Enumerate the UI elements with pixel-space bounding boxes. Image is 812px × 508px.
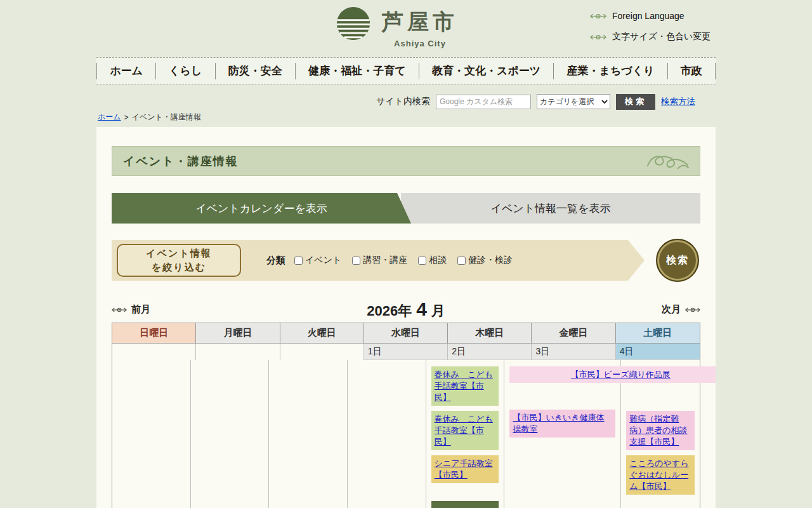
event-link[interactable]: 難病（指定難病）患者の相談支援【市民】 — [626, 411, 695, 450]
decorative-flourish-icon — [645, 150, 691, 172]
header-utility-links: Foreign Language 文字サイズ・色合い変更 — [590, 9, 710, 51]
checkbox-checkup-input[interactable] — [457, 257, 466, 265]
site-search-button[interactable]: 検索 — [616, 94, 655, 110]
event-link[interactable]: 春休み こども手話教室【市民】 — [431, 411, 499, 450]
filter-search-button[interactable]: 検索 — [656, 239, 699, 282]
nav-item-sangyou[interactable]: 産業・まちづくり — [554, 64, 667, 78]
nav-item-kyouiku[interactable]: 教育・文化・スポーツ — [419, 64, 554, 78]
checkbox-course[interactable]: 講習・講座 — [352, 255, 407, 266]
checkbox-consultation-label: 相談 — [429, 255, 447, 266]
event-link[interactable]: こころのやすらぐおはなしルーム【市民】 — [626, 455, 695, 495]
event-calendar: 日曜日 月曜日 火曜日 水曜日 木曜日 金曜日 土曜日 1日 2日 3日 4日 — [112, 323, 700, 508]
checkbox-event[interactable]: イベント — [294, 255, 341, 266]
event-item-partial[interactable] — [431, 501, 499, 508]
calendar-date-row: 1日 2日 3日 4日 — [112, 344, 700, 360]
category-filter-label: 分類 — [266, 255, 285, 267]
category-select[interactable]: カテゴリを選択 — [537, 94, 610, 109]
nav-item-home[interactable]: ホーム — [97, 64, 155, 78]
calendar-body: 春休み こども手話教室【市民】 春休み こども手話教室【市民】 シニア手話教室【… — [112, 360, 700, 508]
day-column-wednesday — [348, 360, 426, 508]
flourish-icon — [590, 33, 606, 41]
checkbox-course-label: 講習・講座 — [363, 255, 407, 266]
text-size-color-label: 文字サイズ・色合い変更 — [612, 31, 710, 43]
tab-event-calendar[interactable]: イベントカレンダーを表示 — [112, 193, 411, 224]
next-month-link[interactable]: 次月 — [662, 304, 700, 316]
day-column-friday: 【市民】ビーズ織り作品展 【市民】いきいき健康体操教室 — [504, 360, 621, 508]
event-link[interactable]: 【市民】いきいき健康体操教室 — [509, 410, 615, 438]
site-search-input[interactable] — [436, 95, 531, 109]
checkbox-consultation[interactable]: 相談 — [418, 255, 447, 266]
weekday-saturday: 土曜日 — [616, 323, 700, 343]
event-link-multiday[interactable]: 【市民】ビーズ織り作品展 — [509, 366, 716, 383]
date-cell-friday: 3日 — [532, 344, 615, 360]
calendar-navigation: 前月 2026年 4 月 次月 — [112, 298, 700, 321]
date-cell-thursday: 2日 — [448, 344, 532, 360]
breadcrumb-separator: > — [124, 113, 129, 122]
narrow-events-button[interactable]: イベント情報 を絞り込む — [117, 244, 241, 277]
checkbox-consultation-input[interactable] — [418, 257, 426, 265]
search-help-link[interactable]: 検索方法 — [661, 96, 695, 107]
nav-item-kurashi[interactable]: くらし — [156, 64, 215, 78]
view-tabs: イベント情報一覧を表示 イベントカレンダーを表示 — [112, 193, 700, 224]
event-filter: イベント情報 を絞り込む 分類 イベント 講習・講座 相談 — [112, 239, 700, 282]
next-arrow-icon — [685, 306, 700, 314]
filter-bar: イベント情報 を絞り込む 分類 イベント 講習・講座 相談 — [112, 240, 645, 281]
day-column-tuesday — [269, 360, 348, 508]
checkbox-course-input[interactable] — [352, 257, 360, 265]
text-size-color-link[interactable]: 文字サイズ・色合い変更 — [590, 30, 710, 44]
main-panel: イベント・講座情報 イベント情報一覧を表示 イベントカレンダーを表示 イベント情… — [96, 127, 716, 508]
checkbox-event-input[interactable] — [294, 257, 303, 265]
day-column-sunday — [112, 360, 191, 508]
foreign-language-link[interactable]: Foreign Language — [590, 9, 710, 23]
calendar-month-unit: 月 — [431, 302, 445, 321]
breadcrumb-home-link[interactable]: ホーム — [98, 112, 121, 123]
checkbox-checkup-label: 健診・検診 — [468, 255, 513, 266]
date-cell-sunday — [112, 344, 196, 360]
flourish-icon — [590, 12, 606, 20]
page-title: イベント・講座情報 — [112, 154, 645, 169]
nav-item-bousai[interactable]: 防災・安全 — [216, 64, 295, 78]
nav-item-shisei[interactable]: 市政 — [668, 64, 715, 78]
city-logo-icon — [335, 5, 372, 42]
site-search: サイト内検索 カテゴリを選択 検索 検索方法 — [376, 93, 695, 110]
date-cell-tuesday — [280, 344, 364, 360]
date-cell-saturday: 4日 — [616, 344, 700, 360]
day-column-monday — [191, 360, 270, 508]
category-options: イベント 講習・講座 相談 健診・検診 — [294, 255, 513, 266]
checkbox-event-label: イベント — [305, 255, 341, 266]
weekday-wednesday: 水曜日 — [364, 323, 448, 343]
foreign-language-label: Foreign Language — [612, 11, 684, 21]
calendar-month-title: 2026年 4 月 — [112, 298, 700, 321]
next-month-label: 次月 — [662, 304, 681, 316]
weekday-thursday: 木曜日 — [448, 323, 532, 343]
site-title: 芦屋市 Ashiya City — [382, 8, 458, 48]
breadcrumb: ホーム > イベント・講座情報 — [98, 112, 201, 123]
site-search-label: サイト内検索 — [376, 96, 430, 107]
calendar-year: 2026年 — [367, 302, 412, 321]
weekday-sunday: 日曜日 — [112, 323, 196, 343]
calendar-month-number: 4 — [416, 298, 427, 320]
day-column-thursday: 春休み こども手話教室【市民】 春休み こども手話教室【市民】 シニア手話教室【… — [426, 360, 505, 508]
tab-event-list[interactable]: イベント情報一覧を表示 — [401, 193, 700, 224]
nav-item-kenkou[interactable]: 健康・福祉・子育て — [296, 64, 419, 78]
event-link[interactable]: シニア手話教室【市民】 — [431, 455, 499, 483]
weekday-monday: 月曜日 — [196, 323, 280, 343]
weekday-friday: 金曜日 — [532, 323, 615, 343]
checkbox-checkup[interactable]: 健診・検診 — [457, 255, 513, 266]
city-name: 芦屋市 — [382, 8, 458, 37]
main-navigation: ホーム くらし 防災・安全 健康・福祉・子育て 教育・文化・スポーツ 産業・まち… — [96, 57, 716, 84]
calendar-weekday-header: 日曜日 月曜日 火曜日 水曜日 木曜日 金曜日 土曜日 — [112, 323, 700, 344]
event-link[interactable]: 春休み こども手話教室【市民】 — [431, 366, 499, 406]
narrow-events-line2: を絞り込む — [152, 260, 206, 274]
narrow-events-line1: イベント情報 — [146, 246, 211, 260]
page-title-banner: イベント・講座情報 — [112, 146, 700, 176]
nav-divider — [715, 63, 716, 79]
weekday-tuesday: 火曜日 — [280, 323, 364, 343]
breadcrumb-current: イベント・講座情報 — [132, 112, 201, 123]
date-cell-monday — [196, 344, 280, 360]
city-name-en: Ashiya City — [382, 39, 458, 48]
date-cell-wednesday: 1日 — [364, 344, 448, 360]
